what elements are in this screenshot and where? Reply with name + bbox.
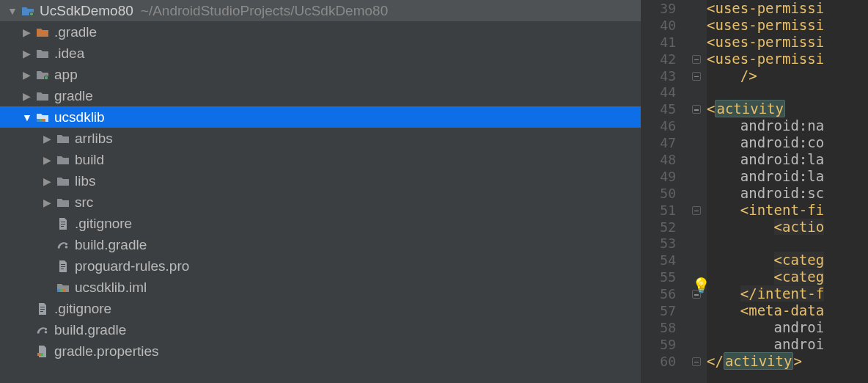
tree-item[interactable]: .gitignore: [0, 213, 641, 234]
code-line[interactable]: android:co: [707, 134, 868, 151]
svg-point-7: [65, 245, 68, 248]
tree-item-label: build.gradle: [54, 322, 126, 338]
svg-rect-12: [37, 353, 40, 356]
tree-root[interactable]: ▼ UcSdkDemo80 ~/AndroidStudioProjects/Uc…: [0, 0, 641, 21]
project-path: ~/AndroidStudioProjects/UcSdkDemo80: [141, 3, 388, 19]
chevron-right-icon[interactable]: ▶: [43, 133, 51, 145]
tree-item[interactable]: ▼ucsdklib: [0, 106, 641, 128]
fold-toggle-icon[interactable]: [692, 206, 701, 215]
code-line[interactable]: androi: [707, 336, 868, 353]
line-number: 59: [641, 336, 686, 353]
gradle-icon: [35, 323, 50, 338]
tree-item-label: .gitignore: [75, 216, 132, 232]
fold-column: [686, 0, 707, 383]
code-line[interactable]: <actio: [707, 219, 868, 236]
line-number: 52: [641, 219, 686, 236]
tree-item[interactable]: ▶build: [0, 149, 641, 170]
tree-item[interactable]: ▶app: [0, 64, 641, 85]
line-number: 43: [641, 68, 686, 84]
line-number: 56: [641, 285, 686, 302]
line-number: 58: [641, 319, 686, 336]
folder-gray-icon: [35, 46, 50, 61]
chevron-right-icon[interactable]: ▶: [43, 154, 51, 166]
line-number: 39: [641, 0, 686, 17]
code-line[interactable]: androi: [707, 319, 868, 336]
svg-rect-10: [63, 289, 66, 292]
chevron-down-icon: ▼: [7, 5, 16, 17]
tree-item-label: .gitignore: [54, 301, 111, 317]
project-name: UcSdkDemo80: [40, 3, 133, 19]
tree-item[interactable]: gradle.properties: [0, 340, 641, 362]
code-line[interactable]: <activity: [707, 101, 868, 117]
fold-toggle-icon[interactable]: [692, 357, 701, 366]
chevron-right-icon[interactable]: ▶: [43, 197, 51, 208]
tree-item-label: gradle.properties: [54, 343, 159, 360]
tree-item[interactable]: proguard-rules.pro: [0, 255, 641, 277]
code-line[interactable]: <uses-permissi: [707, 17, 868, 34]
code-line[interactable]: android:la: [707, 151, 868, 168]
folder-gray-icon: [56, 174, 70, 189]
tree-item[interactable]: build.gradle: [0, 234, 641, 255]
code-line[interactable]: android:sc: [707, 185, 868, 202]
module-icon: [35, 110, 50, 125]
fold-toggle-icon[interactable]: [692, 105, 701, 114]
tree-item[interactable]: ▶.idea: [0, 43, 641, 64]
line-number: 42: [641, 51, 686, 68]
code-line[interactable]: <meta-data: [707, 302, 868, 319]
line-number: 48: [641, 151, 686, 168]
line-number: 44: [641, 84, 686, 101]
line-number: 53: [641, 235, 686, 252]
folder-gray-icon: [56, 153, 70, 167]
chevron-right-icon[interactable]: ▶: [22, 69, 31, 81]
gradle-icon: [56, 238, 70, 252]
svg-rect-8: [57, 289, 60, 292]
tree-item[interactable]: ▶gradle: [0, 85, 641, 106]
code-line[interactable]: />: [707, 68, 868, 84]
tree-item[interactable]: ▶src: [0, 192, 641, 213]
module-icon: [56, 280, 70, 295]
line-gutter: 3940414243444546474849505152535455565758…: [641, 0, 686, 383]
code-line[interactable]: [707, 84, 868, 101]
code-line[interactable]: <uses-permissi: [707, 0, 868, 17]
fold-toggle-icon[interactable]: [692, 55, 701, 64]
code-line[interactable]: <uses-permissi: [707, 34, 868, 51]
code-line[interactable]: android:la: [707, 168, 868, 185]
chevron-right-icon[interactable]: ▶: [22, 48, 31, 59]
tree-item-label: build.gradle: [75, 237, 147, 253]
tree-item-label: proguard-rules.pro: [75, 258, 189, 274]
text-file-icon: [56, 259, 70, 274]
chevron-down-icon[interactable]: ▼: [22, 112, 31, 123]
tree-item[interactable]: ucsdklib.iml: [0, 277, 641, 298]
chevron-right-icon[interactable]: ▶: [22, 90, 31, 102]
code-line[interactable]: <categ: [707, 252, 868, 269]
folder-dot-icon: [35, 68, 50, 82]
tree-item-label: arrlibs: [75, 131, 113, 147]
chevron-right-icon[interactable]: ▶: [43, 175, 51, 187]
tree-item[interactable]: ▶libs: [0, 170, 641, 192]
code-area[interactable]: <uses-permissi<uses-permissi<uses-permis…: [707, 0, 868, 383]
tree-item-label: build: [75, 152, 104, 168]
tree-item[interactable]: ▶.gradle: [0, 21, 641, 43]
code-line[interactable]: android:na: [707, 117, 868, 134]
tree-item-label: ucsdklib.iml: [75, 280, 147, 296]
line-number: 45: [641, 101, 686, 117]
code-line[interactable]: </activity>: [707, 353, 868, 370]
folder-gray-icon: [56, 195, 70, 210]
chevron-right-icon[interactable]: ▶: [22, 26, 31, 38]
fold-toggle-icon[interactable]: [692, 72, 701, 81]
code-line[interactable]: <categ: [707, 269, 868, 285]
code-line[interactable]: <intent-fi: [707, 202, 868, 219]
tree-item-label: .idea: [54, 45, 84, 62]
code-line[interactable]: [707, 235, 868, 252]
tree-item[interactable]: .gitignore: [0, 298, 641, 319]
svg-rect-9: [60, 289, 63, 292]
line-number: 46: [641, 117, 686, 134]
code-line[interactable]: <uses-permissi: [707, 51, 868, 68]
folder-gray-icon: [56, 131, 70, 146]
intention-bulb-icon[interactable]: 💡: [692, 277, 710, 294]
code-line[interactable]: </intent-f: [707, 285, 868, 302]
tree-item[interactable]: ▶arrlibs: [0, 128, 641, 149]
tree-item-label: app: [54, 67, 78, 83]
props-icon: [35, 344, 50, 359]
tree-item[interactable]: build.gradle: [0, 319, 641, 340]
